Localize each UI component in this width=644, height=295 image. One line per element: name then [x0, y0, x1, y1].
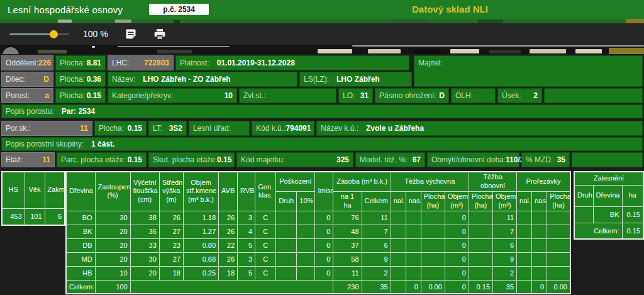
- col-pr-nas: nas.: [532, 191, 547, 211]
- species-cell: 9: [493, 252, 517, 266]
- zal-col-ha: ha: [622, 185, 643, 206]
- species-cell: 76: [333, 211, 362, 225]
- field-popis-porostu: Popis porostu: Par: 2534: [1, 104, 643, 118]
- zal-druh-value: [574, 206, 593, 223]
- field-dilec: Dílec: D: [1, 72, 53, 87]
- zal-total-label: Celkem:: [574, 223, 622, 239]
- species-cell: 20: [130, 266, 159, 280]
- zoom-slider-track-filled[interactable]: [9, 33, 53, 35]
- species-cell: [421, 252, 445, 266]
- map-fragment: [575, 49, 602, 53]
- col-zastoupeni: Zastoupení (%): [95, 172, 130, 211]
- field-lhc: LHC: 722803: [108, 55, 174, 70]
- zoom-slider[interactable]: [9, 30, 69, 38]
- total-cell: 35: [493, 280, 517, 294]
- col-zasoba: Zásoba (m³ b.k.): [333, 172, 391, 191]
- species-cell: 33: [130, 238, 159, 252]
- species-cell: [469, 238, 492, 252]
- species-cell: [406, 238, 421, 252]
- species-cell: [517, 225, 532, 238]
- zoom-slider-handle[interactable]: [50, 30, 58, 38]
- species-row: HB1020180.25185C011202: [66, 266, 570, 280]
- species-cell: [532, 238, 547, 252]
- species-cell: [406, 211, 421, 225]
- species-cell: [469, 211, 492, 225]
- field-popis-skupiny: Popis porostní skupiny: 1 část.: [1, 137, 643, 151]
- species-cell: 7: [493, 225, 517, 238]
- species-cell: 20: [95, 238, 130, 252]
- species-cell: 18: [219, 266, 238, 280]
- printer-icon[interactable]: [153, 28, 166, 40]
- horizontal-scrollbar-thumb[interactable]: [352, 45, 644, 47]
- species-cell: [406, 266, 421, 280]
- species-cell: [297, 238, 315, 252]
- species-cell: [391, 225, 406, 238]
- col-stredni-vyska: Střední výška (m): [159, 172, 183, 211]
- field-empty-2: [572, 152, 643, 167]
- species-cell: 1.18: [183, 211, 218, 225]
- species-cell: 26: [219, 252, 238, 266]
- species-cell: [297, 225, 315, 238]
- species-cell: [547, 225, 570, 238]
- col-tezba-obnovni: Těžba obnovní: [469, 172, 516, 191]
- species-cell: 0: [445, 211, 469, 225]
- zalesneni-row: BK 0.15: [574, 206, 643, 223]
- total-cell: 35: [362, 280, 391, 294]
- vek-value: 101: [25, 208, 45, 225]
- data-panel: Oddělení: 226 Plocha: 8.81 LHC: 722803 P…: [0, 54, 644, 295]
- map-fragment: [489, 50, 521, 53]
- zal-col-druh: Druh: [574, 185, 593, 206]
- field-etaz: Etáž: 11: [1, 152, 55, 167]
- col-to-plocha: Plocha (ha): [469, 191, 492, 211]
- app-title: Lesní hospodářské osnovy: [8, 4, 123, 15]
- field-kod-ku: Kód k.ú.: 794091: [252, 121, 314, 136]
- total-spacer: [130, 280, 333, 294]
- species-cell: [297, 252, 315, 266]
- species-cell: 30: [130, 252, 159, 266]
- map-fragment: [318, 49, 352, 53]
- col-avb: AVB: [219, 172, 238, 211]
- zal-drevina-value: BK: [593, 206, 622, 223]
- species-cell: [391, 252, 406, 266]
- col-pr-plocha: Plocha (ha): [547, 191, 570, 211]
- map-fragment: [609, 48, 644, 54]
- parcel-number-badge[interactable]: p.č. 2534: [149, 4, 209, 15]
- zal-ha-value: 0.15: [622, 206, 643, 223]
- map-fragment: [450, 49, 479, 53]
- col-prorezavky: Prořezávky: [517, 172, 570, 191]
- map-fragment: [530, 49, 566, 53]
- col-druh: Druh: [276, 191, 297, 211]
- species-table: Dřevina Zastoupení (%) Výčetní tloušťka …: [65, 171, 571, 294]
- field-parc-plocha: Parc. plocha etáže: 0.15: [57, 152, 147, 167]
- zoom-level-value: 100 %: [83, 29, 108, 39]
- zal-total-value: 0.15: [622, 223, 643, 239]
- total-cell: 0.00: [421, 280, 445, 294]
- species-cell: BK: [66, 225, 95, 238]
- col-tv-objem: Objem (m³): [445, 191, 469, 211]
- species-cell: [532, 211, 547, 225]
- species-cell: 20: [95, 252, 130, 266]
- species-cell: C: [255, 225, 276, 238]
- notes-icon[interactable]: [125, 28, 137, 40]
- species-row: MD2030270.68263C058909: [66, 252, 570, 266]
- map-strip-top: [0, 19, 644, 23]
- species-cell: [517, 252, 532, 266]
- zalesneni-total-row: Celkem: 0.15: [574, 223, 643, 239]
- species-cell: [547, 211, 570, 225]
- field-lesni-urad: Lesní úřad:: [189, 121, 250, 136]
- species-cell: C: [255, 252, 276, 266]
- species-cell: 2: [362, 266, 391, 280]
- species-cell: [469, 252, 492, 266]
- species-total-row: Celkem:1002303500.0000.153500.00: [66, 280, 570, 294]
- map-marker-arc: [3, 47, 19, 54]
- col-tv-nal: nal.: [391, 191, 406, 211]
- col-objem-kmene: Objem stř.kmene (m³ b.k.): [183, 172, 218, 211]
- species-cell: 26: [219, 211, 238, 225]
- total-cell: 0: [532, 280, 547, 294]
- zakm-value: 6: [45, 208, 65, 225]
- field-lslz: LS(LZ): LHO Zábřeh: [299, 72, 412, 87]
- col-vycetni-tloustka: Výčetní tloušťka (cm): [130, 172, 159, 211]
- species-row: BK2036271.27264C048707: [66, 225, 570, 238]
- horizontal-scrollbar[interactable]: [118, 46, 230, 47]
- col-rvb: RVB: [238, 172, 255, 211]
